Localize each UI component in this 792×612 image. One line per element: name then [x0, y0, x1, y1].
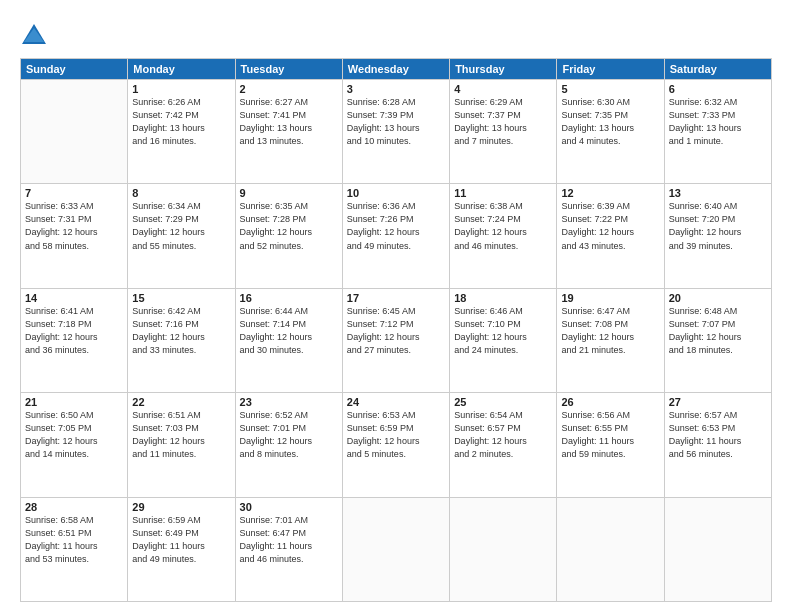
calendar-cell: 13Sunrise: 6:40 AMSunset: 7:20 PMDayligh…	[664, 184, 771, 288]
calendar-cell: 21Sunrise: 6:50 AMSunset: 7:05 PMDayligh…	[21, 393, 128, 497]
day-info: Sunrise: 6:57 AMSunset: 6:53 PMDaylight:…	[669, 409, 767, 461]
day-info: Sunrise: 6:27 AMSunset: 7:41 PMDaylight:…	[240, 96, 338, 148]
calendar-cell: 15Sunrise: 6:42 AMSunset: 7:16 PMDayligh…	[128, 288, 235, 392]
calendar-cell: 1Sunrise: 6:26 AMSunset: 7:42 PMDaylight…	[128, 80, 235, 184]
day-info: Sunrise: 6:44 AMSunset: 7:14 PMDaylight:…	[240, 305, 338, 357]
calendar-cell: 25Sunrise: 6:54 AMSunset: 6:57 PMDayligh…	[450, 393, 557, 497]
calendar-cell: 19Sunrise: 6:47 AMSunset: 7:08 PMDayligh…	[557, 288, 664, 392]
weekday-header-sunday: Sunday	[21, 59, 128, 80]
day-info: Sunrise: 6:38 AMSunset: 7:24 PMDaylight:…	[454, 200, 552, 252]
calendar-week-4: 21Sunrise: 6:50 AMSunset: 7:05 PMDayligh…	[21, 393, 772, 497]
calendar-cell: 29Sunrise: 6:59 AMSunset: 6:49 PMDayligh…	[128, 497, 235, 601]
calendar-cell: 2Sunrise: 6:27 AMSunset: 7:41 PMDaylight…	[235, 80, 342, 184]
calendar-cell	[664, 497, 771, 601]
calendar-cell: 20Sunrise: 6:48 AMSunset: 7:07 PMDayligh…	[664, 288, 771, 392]
calendar-cell: 16Sunrise: 6:44 AMSunset: 7:14 PMDayligh…	[235, 288, 342, 392]
day-info: Sunrise: 6:29 AMSunset: 7:37 PMDaylight:…	[454, 96, 552, 148]
day-info: Sunrise: 6:46 AMSunset: 7:10 PMDaylight:…	[454, 305, 552, 357]
weekday-row: SundayMondayTuesdayWednesdayThursdayFrid…	[21, 59, 772, 80]
weekday-header-monday: Monday	[128, 59, 235, 80]
calendar-cell: 8Sunrise: 6:34 AMSunset: 7:29 PMDaylight…	[128, 184, 235, 288]
day-number: 30	[240, 501, 338, 513]
day-number: 23	[240, 396, 338, 408]
day-number: 14	[25, 292, 123, 304]
calendar-week-1: 1Sunrise: 6:26 AMSunset: 7:42 PMDaylight…	[21, 80, 772, 184]
day-number: 20	[669, 292, 767, 304]
day-info: Sunrise: 6:41 AMSunset: 7:18 PMDaylight:…	[25, 305, 123, 357]
day-number: 18	[454, 292, 552, 304]
day-number: 16	[240, 292, 338, 304]
svg-marker-1	[24, 28, 44, 42]
calendar-cell: 5Sunrise: 6:30 AMSunset: 7:35 PMDaylight…	[557, 80, 664, 184]
calendar-cell: 22Sunrise: 6:51 AMSunset: 7:03 PMDayligh…	[128, 393, 235, 497]
calendar-header: SundayMondayTuesdayWednesdayThursdayFrid…	[21, 59, 772, 80]
weekday-header-friday: Friday	[557, 59, 664, 80]
logo	[20, 22, 52, 50]
calendar-body: 1Sunrise: 6:26 AMSunset: 7:42 PMDaylight…	[21, 80, 772, 602]
day-info: Sunrise: 6:39 AMSunset: 7:22 PMDaylight:…	[561, 200, 659, 252]
day-number: 10	[347, 187, 445, 199]
calendar-cell: 12Sunrise: 6:39 AMSunset: 7:22 PMDayligh…	[557, 184, 664, 288]
calendar-cell: 4Sunrise: 6:29 AMSunset: 7:37 PMDaylight…	[450, 80, 557, 184]
day-info: Sunrise: 6:54 AMSunset: 6:57 PMDaylight:…	[454, 409, 552, 461]
day-number: 21	[25, 396, 123, 408]
day-number: 28	[25, 501, 123, 513]
header	[20, 18, 772, 50]
day-info: Sunrise: 6:47 AMSunset: 7:08 PMDaylight:…	[561, 305, 659, 357]
day-number: 11	[454, 187, 552, 199]
calendar-cell	[342, 497, 449, 601]
calendar-cell: 28Sunrise: 6:58 AMSunset: 6:51 PMDayligh…	[21, 497, 128, 601]
calendar-cell: 10Sunrise: 6:36 AMSunset: 7:26 PMDayligh…	[342, 184, 449, 288]
calendar-cell: 6Sunrise: 6:32 AMSunset: 7:33 PMDaylight…	[664, 80, 771, 184]
day-info: Sunrise: 6:42 AMSunset: 7:16 PMDaylight:…	[132, 305, 230, 357]
day-info: Sunrise: 6:33 AMSunset: 7:31 PMDaylight:…	[25, 200, 123, 252]
calendar-cell: 26Sunrise: 6:56 AMSunset: 6:55 PMDayligh…	[557, 393, 664, 497]
day-info: Sunrise: 7:01 AMSunset: 6:47 PMDaylight:…	[240, 514, 338, 566]
day-info: Sunrise: 6:40 AMSunset: 7:20 PMDaylight:…	[669, 200, 767, 252]
calendar-cell	[557, 497, 664, 601]
weekday-header-wednesday: Wednesday	[342, 59, 449, 80]
weekday-header-tuesday: Tuesday	[235, 59, 342, 80]
day-number: 6	[669, 83, 767, 95]
calendar-week-5: 28Sunrise: 6:58 AMSunset: 6:51 PMDayligh…	[21, 497, 772, 601]
day-info: Sunrise: 6:59 AMSunset: 6:49 PMDaylight:…	[132, 514, 230, 566]
calendar-week-3: 14Sunrise: 6:41 AMSunset: 7:18 PMDayligh…	[21, 288, 772, 392]
calendar-cell: 18Sunrise: 6:46 AMSunset: 7:10 PMDayligh…	[450, 288, 557, 392]
day-number: 24	[347, 396, 445, 408]
day-info: Sunrise: 6:28 AMSunset: 7:39 PMDaylight:…	[347, 96, 445, 148]
day-info: Sunrise: 6:34 AMSunset: 7:29 PMDaylight:…	[132, 200, 230, 252]
day-info: Sunrise: 6:53 AMSunset: 6:59 PMDaylight:…	[347, 409, 445, 461]
day-number: 27	[669, 396, 767, 408]
calendar-cell: 14Sunrise: 6:41 AMSunset: 7:18 PMDayligh…	[21, 288, 128, 392]
calendar-cell: 24Sunrise: 6:53 AMSunset: 6:59 PMDayligh…	[342, 393, 449, 497]
day-info: Sunrise: 6:52 AMSunset: 7:01 PMDaylight:…	[240, 409, 338, 461]
day-number: 1	[132, 83, 230, 95]
calendar-cell: 27Sunrise: 6:57 AMSunset: 6:53 PMDayligh…	[664, 393, 771, 497]
day-number: 8	[132, 187, 230, 199]
weekday-header-thursday: Thursday	[450, 59, 557, 80]
calendar-cell: 11Sunrise: 6:38 AMSunset: 7:24 PMDayligh…	[450, 184, 557, 288]
calendar-cell: 3Sunrise: 6:28 AMSunset: 7:39 PMDaylight…	[342, 80, 449, 184]
day-number: 3	[347, 83, 445, 95]
calendar-cell: 17Sunrise: 6:45 AMSunset: 7:12 PMDayligh…	[342, 288, 449, 392]
day-info: Sunrise: 6:45 AMSunset: 7:12 PMDaylight:…	[347, 305, 445, 357]
day-info: Sunrise: 6:35 AMSunset: 7:28 PMDaylight:…	[240, 200, 338, 252]
day-number: 13	[669, 187, 767, 199]
day-number: 2	[240, 83, 338, 95]
day-number: 5	[561, 83, 659, 95]
day-info: Sunrise: 6:51 AMSunset: 7:03 PMDaylight:…	[132, 409, 230, 461]
calendar-cell: 23Sunrise: 6:52 AMSunset: 7:01 PMDayligh…	[235, 393, 342, 497]
day-number: 26	[561, 396, 659, 408]
day-number: 22	[132, 396, 230, 408]
day-number: 25	[454, 396, 552, 408]
calendar-cell	[21, 80, 128, 184]
day-info: Sunrise: 6:30 AMSunset: 7:35 PMDaylight:…	[561, 96, 659, 148]
day-info: Sunrise: 6:50 AMSunset: 7:05 PMDaylight:…	[25, 409, 123, 461]
day-number: 7	[25, 187, 123, 199]
day-info: Sunrise: 6:58 AMSunset: 6:51 PMDaylight:…	[25, 514, 123, 566]
weekday-header-saturday: Saturday	[664, 59, 771, 80]
calendar-cell: 7Sunrise: 6:33 AMSunset: 7:31 PMDaylight…	[21, 184, 128, 288]
calendar-cell: 9Sunrise: 6:35 AMSunset: 7:28 PMDaylight…	[235, 184, 342, 288]
calendar-cell: 30Sunrise: 7:01 AMSunset: 6:47 PMDayligh…	[235, 497, 342, 601]
day-number: 9	[240, 187, 338, 199]
